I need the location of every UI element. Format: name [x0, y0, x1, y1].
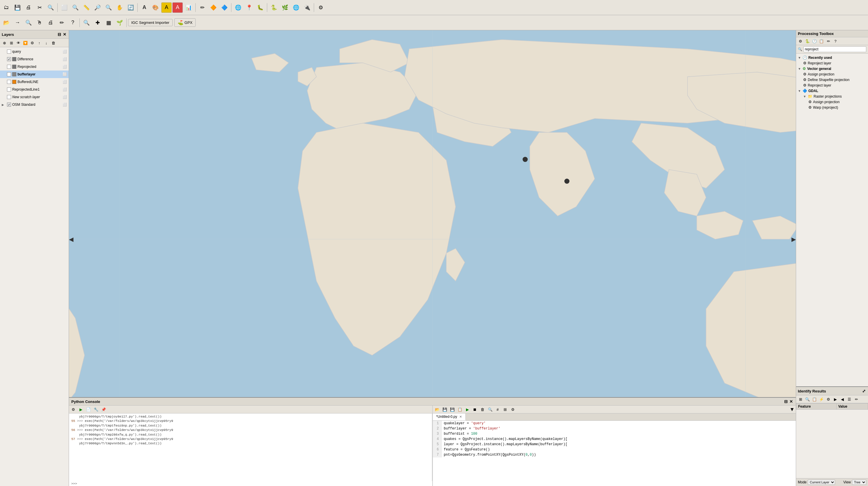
node-icon[interactable]: 🔷 — [219, 2, 230, 13]
layer-checkbox-newscratch[interactable] — [7, 95, 11, 99]
coord-icon[interactable]: 📍 — [244, 2, 254, 13]
tree-assign-projection-gdal[interactable]: ⚙ Assign projection — [796, 99, 868, 105]
visible-layers-icon[interactable]: 👁 — [15, 39, 22, 46]
zoom-out-icon[interactable]: 🔍 — [103, 2, 114, 13]
layer-options-reprojectedline1[interactable]: ⬜ — [63, 87, 67, 91]
layer-checkbox-reprojected[interactable] — [7, 65, 11, 69]
layer-options-newscratch[interactable]: ⬜ — [63, 95, 67, 99]
undo-icon[interactable]: ✂ — [34, 2, 45, 13]
editor-run-icon[interactable]: ▶ — [464, 406, 471, 412]
editor-settings-icon[interactable]: ⚙ — [510, 406, 516, 412]
editor-stop-icon[interactable]: ⏹ — [472, 406, 478, 412]
editor-save-icon[interactable]: 💾 — [441, 406, 448, 412]
print-icon[interactable]: 🖨 — [23, 2, 34, 13]
toolbox-edit-icon[interactable]: ✏ — [825, 38, 832, 44]
tree-reproject-layer-vg[interactable]: ⚙ Reproject layer — [796, 82, 868, 88]
console-settings-icon[interactable]: ⚙ — [70, 406, 76, 412]
redo-icon[interactable]: 🔍 — [45, 2, 56, 13]
add-all-layers-icon[interactable]: ⊞ — [8, 39, 14, 46]
console-close-icon[interactable]: ✕ — [789, 399, 794, 404]
refresh-icon[interactable]: 🔄 — [125, 2, 136, 13]
console-bookmark-icon[interactable]: 📌 — [100, 406, 107, 412]
layer-item-bufferlayer[interactable]: bufferlayer ⬜ — [0, 70, 69, 78]
layer-options-bufferedline[interactable]: ⬜ — [63, 80, 67, 84]
map-arrow-right[interactable]: ▶ — [792, 236, 796, 243]
bug-icon[interactable]: 🐛 — [255, 2, 266, 13]
add-layer-icon[interactable]: ⊕ — [1, 39, 7, 46]
layer-item-reprojectedline1[interactable]: ReprojectedLine1 ⬜ — [0, 86, 69, 93]
editor-content[interactable]: 1 quakelayer = 'query' 2 bufferlayer = '… — [433, 421, 796, 486]
editor-search-icon[interactable]: 🔍 — [487, 406, 493, 412]
python-icon[interactable]: 🐍 — [269, 2, 279, 13]
gpx-button[interactable]: ⛳ GPX — [174, 18, 196, 27]
identify-copy-icon[interactable]: 📋 — [811, 396, 818, 402]
forward-icon[interactable]: → — [12, 18, 23, 28]
cursor-icon[interactable]: 🖱 — [34, 18, 45, 28]
layer-item-query[interactable]: query ⬜ — [0, 48, 69, 55]
tree-reproject-layer-recent[interactable]: ⚙ Reproject layer — [796, 60, 868, 66]
tree-define-shapefile[interactable]: ⚙ Define Shapefile projection — [796, 77, 868, 82]
layer-checkbox-bufferlayer[interactable] — [7, 72, 11, 76]
label-icon[interactable]: A — [139, 2, 150, 13]
tree-warp-reproject[interactable]: ⚙ Warp (reproject) — [796, 105, 868, 110]
layer-options-icon[interactable]: ⚙ — [29, 39, 35, 46]
layer-checkbox-reprojectedline1[interactable] — [7, 87, 11, 91]
layer-options-reprojected[interactable]: ⬜ — [63, 65, 67, 69]
identify-forward-icon[interactable]: ▶ — [832, 396, 839, 402]
filter-layers-icon[interactable]: 🔽 — [22, 39, 29, 46]
layer-item-bufferedline[interactable]: BufferedLINE ⬜ — [0, 78, 69, 86]
console-float-icon[interactable]: ⊟ — [783, 399, 788, 404]
tree-recently-used[interactable]: ▼ 🕐 Recently used — [796, 55, 868, 60]
identify-more-icon[interactable]: ✏ — [853, 396, 860, 402]
layer-item-newscratch[interactable]: New scratch layer ⬜ — [0, 93, 69, 101]
globe-search-icon[interactable]: 🌐 — [233, 2, 243, 13]
editor-open-icon[interactable]: 📂 — [434, 406, 440, 412]
editor-tab-untitled[interactable]: *Untitled-0.py ✕ — [433, 413, 466, 421]
identify-zoom-icon[interactable]: 🔍 — [804, 396, 811, 402]
save-icon[interactable]: 💾 — [12, 2, 23, 13]
layer-options-bufferlayer[interactable]: ⬜ — [63, 72, 67, 76]
identify-flash-icon[interactable]: ⚡ — [818, 396, 825, 402]
toolbox-python-icon[interactable]: 🐍 — [804, 38, 811, 44]
identify-view-icon[interactable]: ☰ — [846, 396, 852, 402]
grass-icon[interactable]: 🌿 — [280, 2, 290, 13]
move-up-icon[interactable]: ↑ — [36, 39, 42, 46]
identify-back-icon[interactable]: ◀ — [839, 396, 845, 402]
layer-checkbox-query[interactable] — [7, 50, 11, 54]
help-icon[interactable]: ? — [67, 18, 78, 28]
layer-options-query[interactable]: ⬜ — [63, 50, 67, 54]
layers-panel-close-icon[interactable]: ✕ — [62, 31, 67, 37]
open-file-icon[interactable]: 📂 — [1, 18, 12, 28]
toolbox-settings-icon[interactable]: ⚙ — [797, 38, 804, 44]
pan-icon[interactable]: ✋ — [114, 2, 125, 13]
move-down-icon[interactable]: ↓ — [43, 39, 50, 46]
text-icon[interactable]: A — [172, 2, 183, 13]
select-green-icon[interactable]: 🔍 — [81, 18, 92, 28]
layer-item-reprojected[interactable]: Reprojected ⬜ — [0, 63, 69, 70]
cross-icon[interactable]: ✚ — [92, 18, 103, 28]
select-icon[interactable]: ⬜ — [59, 2, 69, 13]
layer-options-difference[interactable]: ⬜ — [63, 57, 67, 61]
layer-checkbox-bufferedline[interactable] — [7, 80, 11, 84]
tree-raster-projections[interactable]: ▼ 📁 Raster projections — [796, 93, 868, 99]
zoom-in-icon[interactable]: 🔎 — [92, 2, 103, 13]
plugin-icon[interactable]: 🔌 — [302, 2, 312, 13]
toolbox-help-icon[interactable]: ? — [832, 38, 839, 44]
open-project-icon[interactable]: 🗂 — [1, 2, 12, 13]
console-script-icon[interactable]: 📄 — [85, 406, 92, 412]
layers-panel-float-icon[interactable]: ⊟ — [57, 31, 62, 37]
annotate-icon[interactable]: A — [161, 2, 172, 13]
digitize-icon[interactable]: ✏ — [197, 2, 208, 13]
edit-icon[interactable]: ✏ — [57, 18, 67, 28]
tree-vector-general[interactable]: ▼ ⚙ Vector general — [796, 66, 868, 72]
tree-gdal[interactable]: ▼ 🔷 GDAL — [796, 88, 868, 93]
editor-uncomment-icon[interactable]: ⊞ — [502, 406, 508, 412]
texture-icon[interactable]: ▦ — [103, 18, 114, 28]
identify-expand-icon[interactable]: ⤢ — [862, 388, 866, 394]
vertex-icon[interactable]: 🔶 — [208, 2, 219, 13]
editor-save-as-icon[interactable]: 💾 — [449, 406, 456, 412]
console-run-icon[interactable]: ▶ — [78, 406, 84, 412]
editor-comment-icon[interactable]: # — [495, 406, 501, 412]
zoom-icon[interactable]: 🔍 — [23, 18, 34, 28]
layer-options-osmstandard[interactable]: ⬜ — [63, 103, 67, 107]
